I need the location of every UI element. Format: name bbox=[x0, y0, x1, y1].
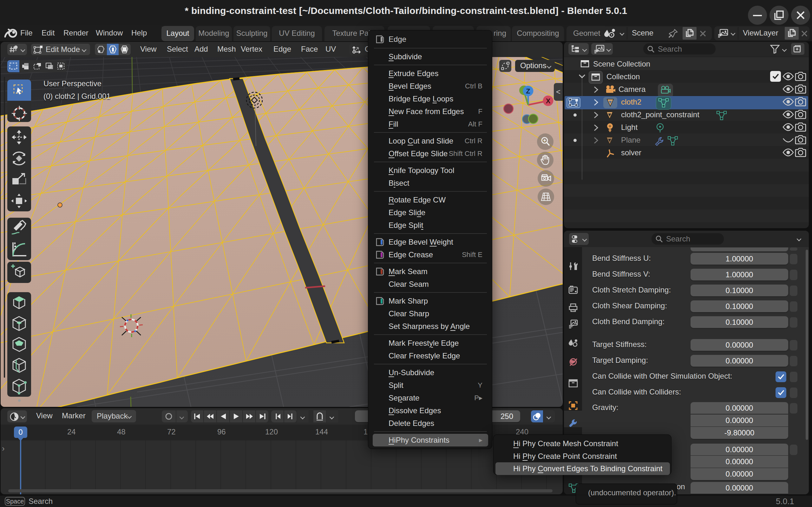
svg-text:Z: Z bbox=[526, 87, 530, 95]
svg-text:X: X bbox=[546, 97, 551, 105]
